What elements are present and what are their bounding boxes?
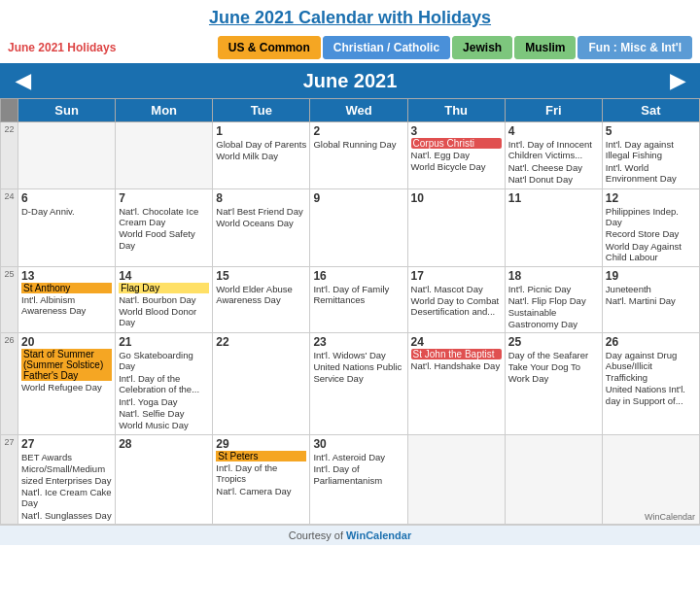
prev-arrow[interactable]: ◀ <box>16 69 30 92</box>
cell-jun25: 25 Day of the Seafarer Take Your Dog To … <box>505 333 602 435</box>
header-fri: Fri <box>505 99 602 122</box>
tab-us[interactable]: US & Common <box>218 36 321 59</box>
cell-empty-1 <box>18 122 116 189</box>
cell-empty-4 <box>505 434 602 524</box>
cell-jun18: 18 Int'l. Picnic Day Nat'l. Flip Flop Da… <box>505 266 602 333</box>
cell-empty-2 <box>116 122 213 189</box>
cell-jun21: 21 Go Skateboarding Day Int'l. Day of th… <box>116 333 213 435</box>
month-title: June 2021 <box>303 70 398 92</box>
cell-jun7: 7 Nat'l. Chocolate Ice Cream Day World F… <box>116 188 213 266</box>
cell-empty-3 <box>407 434 505 524</box>
header-tue: Tue <box>213 99 310 122</box>
week-num-23: 24 <box>1 188 18 266</box>
header-mon: Mon <box>116 99 213 122</box>
cell-jun16: 16 Int'l. Day of Family Remittances <box>310 266 407 333</box>
week-num-25: 26 <box>1 333 18 435</box>
header-sun: Sun <box>18 99 116 122</box>
footer: Courtesy of WinCalendar <box>0 525 700 545</box>
cell-jun23: 23 Int'l. Widows' Day United Nations Pub… <box>310 333 407 435</box>
cell-jun1: 1 Global Day of Parents World Milk Day <box>213 122 310 189</box>
cell-jun9: 9 <box>310 188 407 266</box>
cell-jun27: 27 BET Awards Micro/Small/Medium sized E… <box>18 434 116 524</box>
cell-jun6: 6 D-Day Anniv. <box>18 188 116 266</box>
cell-jun3: 3 Corpus Christi Nat'l. Egg Day World Bi… <box>407 122 505 189</box>
cell-jun8: 8 Nat'l Best Friend Day World Oceans Day <box>213 188 310 266</box>
cell-jun20: 20 Start of Summer (Summer Solstice) Fat… <box>18 333 116 435</box>
main-title: June 2021 Calendar with Holidays <box>0 0 700 32</box>
cell-jun17: 17 Nat'l. Mascot Day World Day to Combat… <box>407 266 505 333</box>
cell-jun24: 24 St John the Baptist Nat'l. Handshake … <box>407 333 505 435</box>
header-thu: Thu <box>407 99 505 122</box>
cell-jun30: 30 Int'l. Asteroid Day Int'l. Day of Par… <box>310 434 407 524</box>
tab-fun[interactable]: Fun : Misc & Int'l <box>578 36 692 59</box>
cell-jun5: 5 Int'l. Day against Illegal Fishing Int… <box>602 122 699 189</box>
tab-jewish[interactable]: Jewish <box>452 36 512 59</box>
cell-jun22: 22 <box>213 333 310 435</box>
cell-jun12: 12 Philippines Indep. Day Record Store D… <box>602 188 699 266</box>
week-header <box>1 99 18 122</box>
cell-jun2: 2 Global Running Day <box>310 122 407 189</box>
next-arrow[interactable]: ▶ <box>670 69 684 92</box>
cell-jun14: 14 Flag Day Nat'l. Bourbon Day World Blo… <box>116 266 213 333</box>
cell-jun26: 26 Day against Drug Abuse/Illicit Traffi… <box>602 333 699 435</box>
header-sat: Sat <box>602 99 699 122</box>
cell-jun15: 15 World Elder Abuse Awareness Day <box>213 266 310 333</box>
cell-jun13: 13 St Anthony Int'l. Albinism Awareness … <box>18 266 116 333</box>
week-num-22: 22 <box>1 122 18 189</box>
cell-jun4: 4 Int'l. Day of Innocent Children Victim… <box>505 122 602 189</box>
cell-jun29: 29 St Peters Int'l. Day of the Tropics N… <box>213 434 310 524</box>
header-wed: Wed <box>310 99 407 122</box>
year-holidays-label: June 2021 Holidays <box>8 41 116 54</box>
week-num-24: 25 <box>1 266 18 333</box>
footer-link[interactable]: WinCalendar <box>346 530 411 541</box>
cell-jun10: 10 <box>407 188 505 266</box>
tab-muslim[interactable]: Muslim <box>514 36 576 59</box>
tab-christian[interactable]: Christian / Catholic <box>323 36 450 59</box>
cell-jun11: 11 <box>505 188 602 266</box>
cell-empty-5: WinCalendar <box>602 434 699 524</box>
cell-jun28: 28 <box>116 434 213 524</box>
cell-jun19: 19 Juneteenth Nat'l. Martini Day <box>602 266 699 333</box>
week-num-26: 27 <box>1 434 18 524</box>
